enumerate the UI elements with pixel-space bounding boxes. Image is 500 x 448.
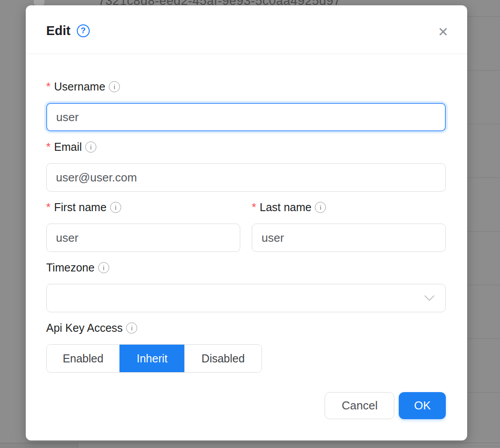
info-icon[interactable]: i <box>109 81 120 92</box>
first-name-label: * First name i <box>46 201 240 213</box>
dialog-title: Edit ? <box>46 24 90 37</box>
timezone-label-text: Timezone <box>46 262 95 273</box>
info-icon[interactable]: i <box>98 262 109 273</box>
edit-user-dialog: Edit ? ✕ * Username i * Email i <box>26 5 467 440</box>
username-label: * Username i <box>46 81 446 92</box>
name-fields-row: * First name i * Last name i <box>46 201 446 262</box>
radio-option-inherit[interactable]: Inherit <box>119 345 184 372</box>
username-field-group: * Username i <box>46 81 446 131</box>
dialog-title-text: Edit <box>46 24 71 37</box>
chevron-down-icon <box>424 295 435 301</box>
last-name-input[interactable] <box>252 224 446 252</box>
email-input[interactable] <box>46 163 446 192</box>
help-icon[interactable]: ? <box>77 24 90 37</box>
first-name-input[interactable] <box>46 224 240 252</box>
info-icon[interactable]: i <box>315 202 326 213</box>
timezone-label: Timezone i <box>46 262 446 273</box>
dialog-body: * Username i * Email i * First name i <box>26 54 467 419</box>
api-key-access-label: Api Key Access i <box>46 322 446 334</box>
background-table-rows <box>467 16 500 448</box>
api-key-access-label-text: Api Key Access <box>46 322 123 334</box>
timezone-field-group: Timezone i <box>46 262 446 312</box>
cancel-button[interactable]: Cancel <box>325 392 394 419</box>
background-table-cell <box>0 443 78 448</box>
radio-option-disabled[interactable]: Disabled <box>184 345 262 372</box>
last-name-field-group: * Last name i <box>252 201 446 252</box>
last-name-label: * Last name i <box>252 201 446 213</box>
background-scrollbar-thumb <box>34 0 44 5</box>
email-label-text: Email <box>54 141 82 153</box>
first-name-label-text: First name <box>54 201 107 213</box>
email-field-group: * Email i <box>46 141 446 192</box>
required-marker: * <box>46 81 51 92</box>
dialog-footer: Cancel OK <box>46 392 446 419</box>
dialog-header: Edit ? ✕ <box>26 5 467 54</box>
email-label: * Email i <box>46 141 446 153</box>
radio-option-enabled[interactable]: Enabled <box>47 345 119 372</box>
info-icon[interactable]: i <box>126 322 137 334</box>
username-label-text: Username <box>54 81 105 92</box>
close-icon[interactable]: ✕ <box>438 26 448 38</box>
required-marker: * <box>46 141 51 153</box>
username-input[interactable] <box>46 103 446 131</box>
api-key-access-field-group: Api Key Access i Enabled Inherit Disable… <box>46 322 446 373</box>
required-marker: * <box>252 201 256 213</box>
info-icon[interactable]: i <box>110 202 121 213</box>
first-name-field-group: * First name i <box>46 201 240 252</box>
ok-button[interactable]: OK <box>399 392 446 419</box>
info-icon[interactable]: i <box>85 141 96 153</box>
required-marker: * <box>46 201 51 213</box>
background-row-divider <box>0 443 500 443</box>
api-key-access-radio-group: Enabled Inherit Disabled <box>46 344 262 373</box>
timezone-select[interactable] <box>46 284 446 312</box>
last-name-label-text: Last name <box>260 201 312 213</box>
background-column-divider <box>78 443 78 448</box>
